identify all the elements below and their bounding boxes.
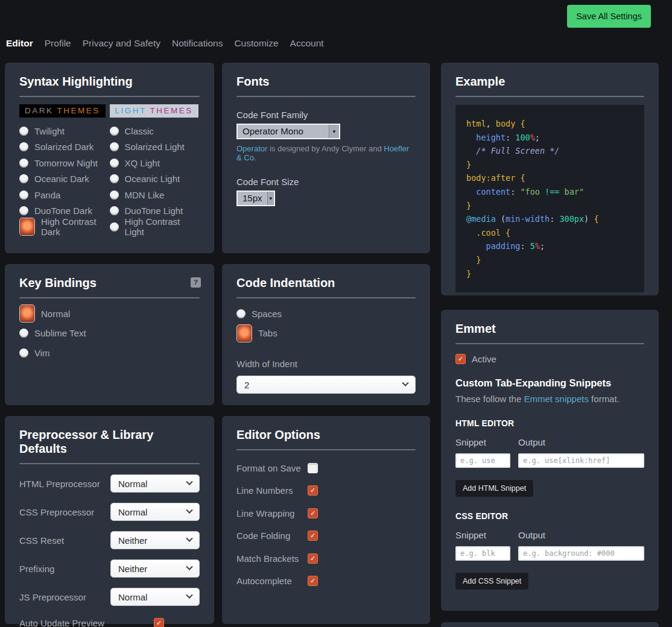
panel-title: Syntax Highlighting [19,75,200,89]
key-binding-option[interactable]: Sublime Text [19,324,200,344]
code-token: .cool [476,228,501,238]
js-preprocessor-select[interactable]: Normal [110,588,200,606]
divider [19,463,200,464]
code-token [466,146,476,156]
dark-theme-list: TwilightSolarized DarkTomorrow NightOcea… [19,123,110,235]
format-on-save-row: Format on Save [236,463,416,473]
tab-privacy-and-safety[interactable]: Privacy and Safety [83,38,160,49]
light-theme-label: Oceanic Light [125,174,180,184]
panel-title: Code Indentation [236,276,416,290]
html-output-input[interactable] [518,453,644,468]
emmet-snippets-link[interactable]: Emmet snippets [524,394,589,404]
dark-theme-option[interactable]: Solarized Dark [19,139,110,156]
code-example: html, body { height: 100%; /* Full Scree… [455,105,644,292]
radio-unselected-icon [19,127,28,136]
css-preprocessor-label: CSS Preprocessor [19,507,94,517]
code-token: 100 [515,133,530,142]
chevron-down-icon [186,479,192,485]
css-reset-select[interactable]: Neither [110,531,200,549]
light-theme-option[interactable]: MDN Like [110,187,200,203]
add-css-snippet-button[interactable]: Add CSS Snippet [455,573,528,590]
match-brackets-checkbox[interactable]: ✓ [308,553,318,564]
panel-title: Key Bindings [19,276,200,290]
select-value: Normal [118,507,147,517]
autocomplete-row: Autocomplete✓ [236,576,416,586]
autocomplete-checkbox[interactable]: ✓ [308,576,318,586]
auto-update-preview-checkbox[interactable]: ✓ [154,618,164,627]
light-theme-option[interactable]: Solarized Light [110,139,200,156]
code-font-size-label: Code Font Size [236,177,416,187]
dark-theme-option[interactable]: Panda [19,187,110,203]
html-preprocessor-select[interactable]: Normal [110,474,200,493]
html-preprocessor-row: HTML PreprocessorNormal [19,474,200,493]
css-snippet-input[interactable] [455,546,510,561]
radio-selected-icon [236,324,252,342]
line-numbers-checkbox[interactable]: ✓ [308,485,318,496]
radio-unselected-icon [110,174,119,183]
html-snippet-input[interactable] [455,453,510,468]
code-token: ) [584,214,594,224]
radio-unselected-icon [19,174,28,183]
key-binding-option[interactable]: Normal [19,304,200,324]
code-font-size-select[interactable]: 15px ▼ [236,191,275,206]
autocomplete-label: Autocomplete [236,576,308,586]
code-token: : [550,214,559,224]
code-folding-checkbox[interactable]: ✓ [308,531,318,541]
indentation-option[interactable]: Tabs [236,324,416,344]
light-themes-badge: LIGHT THEMES [110,104,198,118]
select-value: Normal [118,592,147,602]
radio-unselected-icon [110,191,119,200]
dark-theme-option[interactable]: Tomorrow Night [19,155,110,171]
code-token: { [506,228,510,238]
select-value: Neither [118,564,147,574]
tab-customize[interactable]: Customize [234,38,278,49]
help-icon[interactable]: ? [191,277,201,288]
emmet-panel: Emmet ✓ Active Custom Tab-Expanding Snip… [441,310,659,611]
code-line: @media (min-width: 300px) { [466,212,633,226]
prefixing-label: Prefixing [19,564,54,574]
css-output-input[interactable] [518,546,644,561]
add-html-snippet-button[interactable]: Add HTML Snippet [455,480,533,497]
tab-account[interactable]: Account [290,38,324,49]
line-wrapping-checkbox[interactable]: ✓ [308,508,318,518]
code-line: html, body { [466,117,633,131]
light-theme-option[interactable]: Oceanic Light [110,171,200,187]
dark-theme-option[interactable]: High Contrast Dark [19,219,110,235]
light-theme-option[interactable]: XQ Light [110,155,200,171]
auto-update-preview-row: Auto Update Preview✓ [19,614,200,627]
snippet-output-labels: SnippetOutput [455,437,644,447]
prefixing-select[interactable]: Neither [110,559,200,578]
format-on-save-checkbox[interactable] [308,463,318,473]
css-reset-row: CSS ResetNeither [19,531,200,549]
dark-theme-option[interactable]: Oceanic Dark [19,171,110,187]
divider [236,297,416,298]
light-theme-option[interactable]: High Contrast Light [110,219,200,235]
code-token: !== [545,187,559,197]
width-of-indent-label: Width of Indent [236,359,416,369]
badge-word: THEMES [150,106,193,115]
preprocessor-defaults-panel: Preprocessor & Library Defaults HTML Pre… [5,416,214,624]
tab-editor[interactable]: Editor [6,38,33,49]
key-binding-option[interactable]: Vim [19,343,200,363]
indentation-option[interactable]: Spaces [236,304,416,324]
tab-profile[interactable]: Profile [45,38,71,49]
panel-title: Preprocessor & Library Defaults [19,428,200,456]
width-of-indent-select[interactable]: 2 [236,376,416,394]
tab-notifications[interactable]: Notifications [172,38,223,49]
code-line: } [466,199,633,213]
dark-theme-option[interactable]: Twilight [19,123,110,139]
chevron-down-icon [402,380,408,386]
css-preprocessor-select[interactable]: Normal [110,503,200,521]
code-line: padding: 5%; [466,239,633,253]
code-token: 300px [559,214,584,224]
code-token: 5 [530,241,535,251]
code-font-family-select[interactable]: Operator Mono ▼ [236,124,340,139]
emmet-active-checkbox[interactable]: ✓ [455,354,466,364]
dark-theme-label: DuoTone Dark [34,206,92,216]
light-theme-option[interactable]: Classic [110,123,200,139]
operator-link[interactable]: Operator [236,144,267,153]
code-folding-row: Code Folding✓ [236,531,416,541]
save-all-settings-button[interactable]: Save All Settings [567,5,651,28]
next-panel-partial [441,622,659,627]
code-token: /* Full Screen */ [476,146,559,156]
